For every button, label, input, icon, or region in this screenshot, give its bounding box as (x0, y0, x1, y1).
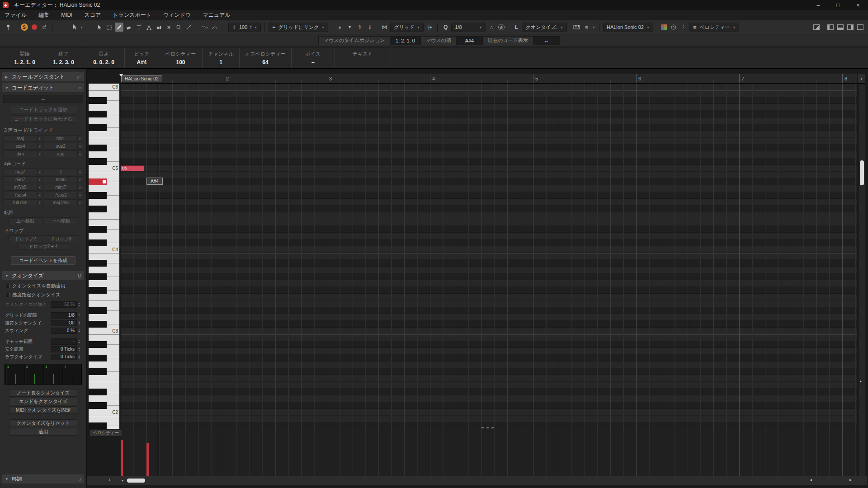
ruler-corner-button[interactable]: ▴ (858, 74, 865, 84)
acoustic-feedback-button[interactable] (30, 23, 38, 32)
draw-tool[interactable] (115, 23, 123, 32)
piano-key-black[interactable] (89, 355, 107, 361)
chord-button-min7[interactable]: min7▸ (3, 176, 43, 183)
chord-button-sus4[interactable]: sus4▸ (3, 143, 43, 150)
scroll-left-button[interactable]: ◂ (810, 477, 812, 482)
vertical-scrollbar-thumb[interactable] (860, 160, 864, 185)
piano-key-black[interactable] (89, 307, 107, 314)
chord-button-7sus4[interactable]: 7sus4▸ (3, 192, 43, 198)
menu-item[interactable]: トランスポート (113, 11, 151, 19)
chord-button-maj7[interactable]: maj7▸ (3, 169, 43, 175)
menu-item[interactable]: ファイル (5, 11, 27, 19)
piano-key-black[interactable] (89, 260, 107, 267)
clock-icon[interactable] (670, 23, 678, 32)
piano-key-black[interactable] (89, 111, 107, 117)
insert-velocity-field[interactable]: 100 ▴▾ ▼ (228, 23, 261, 32)
chord-arrow-icon[interactable]: ▸ (77, 200, 83, 206)
create-chord-event-button[interactable]: コードイベントを作成 (11, 256, 75, 265)
transpose-up-button[interactable]: ▲ (335, 23, 344, 32)
solo-button[interactable]: S (20, 23, 28, 32)
chord-arrow-icon[interactable]: ▸ (77, 151, 83, 157)
midi-note-c5[interactable]: C5 (121, 165, 144, 171)
info-value[interactable]: 1. 2. 1. 0 (14, 59, 35, 66)
param-value[interactable]: 0 Ticks (51, 346, 77, 352)
time-warp-tool[interactable] (201, 23, 209, 32)
piano-key-black[interactable] (89, 145, 107, 151)
transpose-octave-down-button[interactable]: ⇓ (365, 23, 374, 32)
loop-button[interactable] (40, 23, 48, 32)
lane-preset-caret[interactable]: ▾ (122, 479, 123, 483)
event-colors-dropdown[interactable]: ≣ ベロシティー ▼ (689, 23, 740, 32)
quantize-button[interactable]: エンドをクオンタイズ (9, 398, 77, 405)
insert-velocity-value[interactable]: 100 (239, 24, 247, 30)
chord-arrow-icon[interactable]: ▸ (77, 192, 83, 198)
project-cursor-handle[interactable] (119, 74, 123, 77)
inversion-up-button[interactable]: 上へ移動 (8, 217, 43, 224)
chord-button-aug[interactable]: aug▸ (44, 150, 84, 157)
zoom-tool[interactable] (175, 23, 183, 32)
info-value[interactable]: A#4 (137, 59, 146, 66)
info-value[interactable]: 1. 2. 3. 0 (53, 59, 74, 66)
param-value[interactable]: 0 Ticks (51, 354, 77, 360)
piano-key-black[interactable] (89, 97, 107, 104)
section-scale-assistant[interactable]: ▶ スケールアシスタント ♪≡ (2, 72, 84, 81)
param-value[interactable]: Off (51, 320, 77, 326)
menu-item[interactable]: MIDI (61, 12, 72, 18)
open-in-window-icon[interactable] (812, 23, 821, 32)
piano-key-black[interactable] (89, 389, 107, 395)
iterative-quantize-icon[interactable]: ∴ (487, 23, 495, 32)
param-value[interactable]: 60 % (51, 301, 77, 308)
snap-button[interactable]: ⋈ (380, 23, 389, 32)
transpose-down-button[interactable]: ▼ (345, 23, 354, 32)
right-zone-icon[interactable] (846, 23, 854, 32)
scroll-right-button[interactable]: ▸ (849, 477, 852, 482)
chord-arrow-icon[interactable]: ▸ (37, 151, 42, 157)
chord-button-sus2[interactable]: sus2▸ (44, 143, 84, 150)
chord-button-7[interactable]: 7▸ (44, 169, 84, 175)
transpose-octave-up-button[interactable]: ⇑ (355, 23, 364, 32)
chord-arrow-icon[interactable]: ▸ (77, 177, 83, 183)
piano-key-black[interactable] (89, 402, 107, 409)
chord-button-dim[interactable]: dim▸ (3, 150, 43, 157)
match-chord-track-button[interactable]: コードトラックに合わせる (9, 115, 77, 123)
quantize-preset-dropdown[interactable]: 1/8 ▼ (451, 23, 486, 32)
param-stepper[interactable]: ▴▾ (77, 321, 81, 325)
chord-button-maj[interactable]: maj▸ (3, 135, 43, 142)
chord-arrow-icon[interactable]: ▸ (37, 200, 42, 206)
more-options-icon[interactable]: ⋮ (679, 23, 688, 32)
chord-arrow-icon[interactable]: ▸ (37, 143, 42, 149)
trim-tool[interactable] (135, 23, 143, 32)
param-stepper[interactable]: ▴▾ (77, 347, 81, 352)
inversion-down-button[interactable]: 下へ移動 (44, 217, 79, 224)
ruler[interactable]: HALion Sonic 02 2345678 (121, 74, 857, 84)
drop2-button[interactable]: ドロップ2 (8, 235, 43, 242)
range-selection-tool[interactable] (105, 23, 113, 32)
split-tool[interactable] (145, 23, 153, 32)
piano-key-black[interactable] (89, 273, 107, 280)
piano-key-black[interactable] (89, 321, 107, 328)
grid-adjust-icon[interactable]: -|+ (425, 23, 434, 32)
length-quantize-dropdown[interactable]: クオンタイズ. ▼ (522, 23, 567, 32)
quantize-button[interactable]: クオンタイズをリセット (9, 419, 77, 427)
quantize-button[interactable]: MIDI クオンタイズを固定 (9, 406, 77, 414)
current-tool-icon[interactable] (70, 23, 79, 32)
piano-keyboard[interactable]: C6C5C4C3C2 (89, 84, 119, 429)
chord-arrow-icon[interactable]: ▸ (37, 192, 42, 198)
param-stepper[interactable]: ▴▾ (77, 355, 81, 359)
piano-key-black[interactable] (89, 158, 107, 165)
left-zone-icon[interactable] (826, 23, 835, 32)
part-name-box[interactable]: HALion Sonic 02 (121, 75, 162, 82)
chord-arrow-icon[interactable]: ▸ (37, 184, 42, 190)
param-stepper[interactable]: ▴▾ (77, 302, 81, 307)
chord-button-full dim[interactable]: full dim▸ (3, 199, 43, 206)
param-dropdown-caret[interactable]: ▾ (77, 314, 81, 316)
chord-button-minj7[interactable]: minj7▸ (44, 184, 84, 191)
param-value[interactable]: 1/8 (51, 312, 77, 319)
drop3-button[interactable]: ドロップ3 (44, 235, 79, 242)
section-quantize[interactable]: ▼ クオンタイズ Q (2, 271, 84, 280)
chord-arrow-icon[interactable]: ▸ (37, 177, 42, 183)
chord-arrow-icon[interactable]: ▸ (77, 136, 83, 141)
info-value[interactable]: – (311, 59, 315, 66)
maxim ize-button[interactable]: □ (828, 0, 848, 10)
chord-button-m7/b5[interactable]: m7/b5▸ (3, 184, 43, 191)
